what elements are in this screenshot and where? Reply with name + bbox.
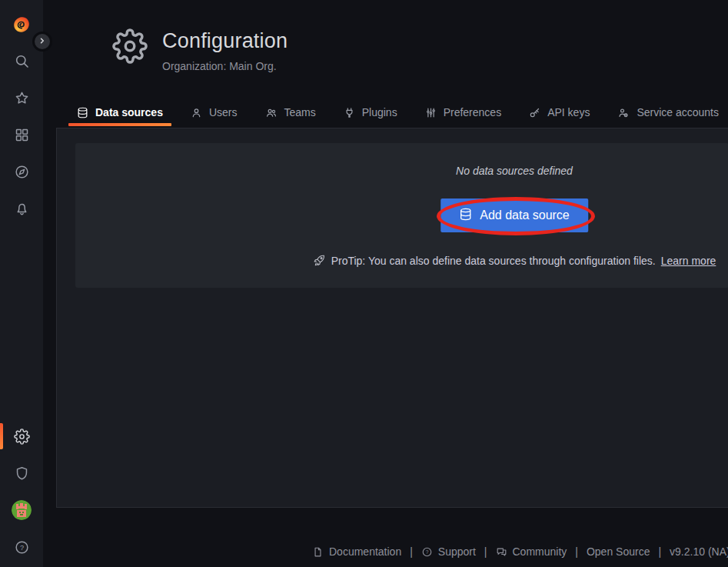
svg-text:?: ? [425,549,428,554]
database-icon [459,208,472,224]
protip: ProTip: You can also define data sources… [313,254,716,267]
footer: Documentation | ? Support | Community | [312,542,728,562]
sidebar-item-alerting[interactable] [0,193,43,224]
plug-icon [344,107,355,118]
tab-bar: Data sources Users Teams [68,98,727,127]
grafana-logo-icon [12,15,31,34]
tab-preferences[interactable]: Preferences [417,98,510,127]
page-title: Configuration [162,29,288,53]
question-circle-icon: ? [421,546,433,558]
sliders-icon [425,107,437,118]
database-icon [77,107,88,118]
footer-label: v9.2.10 (NA) [670,545,728,558]
tab-label: Service accounts [637,106,719,118]
tab-label: Preferences [444,106,501,118]
empty-state-card: No data sources defined Add data source [75,143,728,288]
compass-icon [14,164,30,180]
search-icon [14,53,30,69]
chevron-right-icon [38,36,47,48]
users-icon [265,107,278,118]
tab-label: Plugins [362,106,397,118]
dashboards-grid-icon [14,127,30,143]
tab-label: Users [209,106,238,118]
tab-data-sources[interactable]: Data sources [68,98,171,127]
sidebar-item-profile[interactable] [0,495,43,525]
footer-separator: | [658,545,661,558]
sidebar-item-explore[interactable] [0,156,43,187]
footer-link-open-source[interactable]: Open Source [587,545,650,558]
footer-separator: | [484,545,487,558]
chat-bubbles-icon [496,546,507,558]
gear-icon [14,429,30,445]
footer-link-support[interactable]: ? Support [421,545,476,558]
document-icon [312,546,324,558]
tab-api-keys[interactable]: API keys [520,98,598,127]
page-header: Configuration Organization: Main Org. [43,0,728,97]
profile-avatar [12,500,32,520]
learn-more-link[interactable]: Learn more [661,255,716,267]
page-subtitle: Organization: Main Org. [162,60,277,72]
empty-state-message: No data sources defined [456,165,573,177]
tab-label: API keys [547,106,590,118]
configuration-gear-icon [112,28,148,64]
footer-label: Documentation [329,545,401,558]
star-icon [14,90,30,106]
footer-separator: | [410,545,413,558]
rocket-icon [313,254,326,267]
sidebar-item-security[interactable] [0,458,43,489]
protip-text: ProTip: You can also define data sources… [331,255,656,267]
add-button-label: Add data source [480,208,570,222]
sidebar-item-starred[interactable] [0,82,43,113]
shield-icon [14,465,30,482]
help-circle-icon: ? [14,539,30,555]
tab-plugins[interactable]: Plugins [335,98,406,127]
add-data-source-button[interactable]: Add data source [440,198,588,232]
footer-label: Community [513,545,567,558]
footer-link-community[interactable]: Community [496,545,567,558]
tab-teams[interactable]: Teams [257,98,324,127]
sidebar: ? [0,0,43,567]
content-panel: No data sources defined Add data source [56,128,728,508]
sidebar-item-configuration[interactable] [0,421,43,452]
footer-link-documentation[interactable]: Documentation [312,545,401,558]
user-icon [191,107,202,118]
key-icon [529,107,540,118]
sidebar-expand-button[interactable] [32,32,52,52]
bell-icon [14,201,30,217]
active-indicator [0,423,3,449]
tab-users[interactable]: Users [182,98,246,127]
tab-service-accounts[interactable]: Service accounts [609,98,727,127]
footer-version: v9.2.10 (NA) [670,545,728,558]
sidebar-item-help[interactable]: ? [0,532,43,562]
footer-separator: | [575,545,578,558]
sidebar-item-dashboards[interactable] [0,119,43,150]
tab-label: Data sources [95,106,163,118]
user-gear-icon [617,107,630,118]
footer-label: Open Source [587,545,650,558]
tab-label: Teams [284,106,316,118]
grafana-app: ? Configuration Organization: Main Org. [0,0,728,567]
svg-text:?: ? [19,543,23,551]
footer-label: Support [438,545,476,558]
